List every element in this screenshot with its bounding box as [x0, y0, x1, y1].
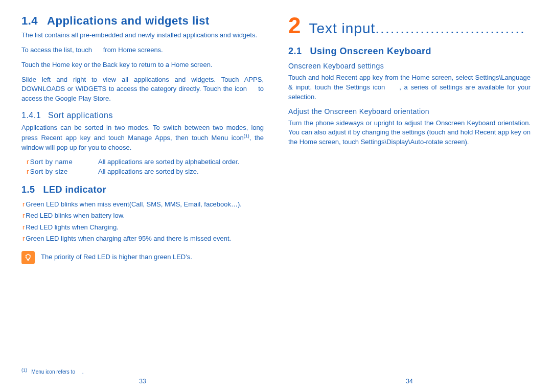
led-text: Red LED blinks when battery low. — [26, 212, 125, 219]
heading-text: Applications and widgets list — [47, 14, 210, 27]
heading-1-4: 1.4Applications and widgets list — [21, 14, 264, 28]
footnote-marker: (1) — [21, 367, 27, 373]
right-content: 2 Text input ...........................… — [288, 14, 531, 375]
page-right: 2 Text input ...........................… — [276, 14, 543, 385]
note-text: The priority of Red LED is higher than g… — [41, 251, 192, 261]
lightbulb-icon — [21, 251, 35, 264]
page-number: 33 — [21, 375, 264, 385]
para-homekey: Touch the Home key or the Back key to re… — [21, 60, 264, 70]
heading-text: Sort applications — [48, 111, 113, 120]
bullet-icon: r — [22, 200, 25, 208]
heading-number: 1.4.1 — [21, 111, 41, 120]
text-frag: from Home screens. — [103, 46, 163, 54]
bullet-icon: r — [27, 168, 29, 175]
bullet-icon: r — [22, 235, 25, 242]
sort-row: rSort by name All applications are sorte… — [21, 158, 264, 166]
sort-desc: All applications are sorted by alphabeti… — [98, 158, 264, 166]
led-item: rRed LED blinks when battery low. — [21, 211, 264, 221]
heading-text: LED indicator — [43, 185, 107, 195]
chapter-heading: 2 Text input ...........................… — [288, 14, 531, 37]
chapter-number: 2 — [288, 14, 301, 37]
note-row: The priority of Red LED is higher than g… — [21, 251, 264, 264]
page-left: 1.4Applications and widgets list The lis… — [9, 14, 276, 385]
sort-label-text: Sort by size — [30, 168, 68, 175]
led-item: rGreen LED lights when charging after 95… — [21, 234, 264, 244]
led-text: Green LED blinks when miss event(Call, S… — [26, 200, 242, 208]
chapter-dots: .............................. — [375, 20, 531, 37]
bullet-icon: r — [22, 212, 25, 219]
heading-text: Using Onscreen Keyboard — [310, 46, 432, 56]
left-content: 1.4Applications and widgets list The lis… — [21, 14, 264, 367]
bullet-icon: r — [27, 158, 29, 166]
led-text: Red LED lights when Charging. — [26, 223, 118, 231]
subheading-orientation: Adjust the Onscreen Keyboard orientation — [288, 107, 531, 116]
page-number: 34 — [288, 375, 531, 385]
apps-icon — [94, 46, 101, 54]
heading-1-4-1: 1.4.1Sort applications — [21, 111, 264, 120]
subheading-settings: Onscreen Keyboard settings — [288, 62, 531, 70]
text-frag: Applications can be sorted in two modes.… — [21, 124, 264, 142]
led-item: rGreen LED blinks when miss event(Call, … — [21, 199, 264, 210]
heading-number: 1.4 — [21, 14, 38, 27]
sort-row: rSort by size All applications are sorte… — [21, 168, 264, 175]
bullet-icon: r — [22, 223, 25, 231]
para-kb-orientation: Turn the phone sideways or upright to ad… — [288, 119, 531, 148]
heading-1-5: 1.5LED indicator — [21, 185, 264, 195]
led-item: rRed LED lights when Charging. — [21, 222, 264, 233]
sort-label: rSort by name — [27, 158, 98, 166]
footnote-text: Menu icon refers to . — [31, 369, 83, 375]
led-text: Green LED lights when charging after 95%… — [26, 235, 231, 242]
sort-desc: All applications are sorted by size. — [98, 168, 264, 175]
footnote-ref: (1) — [244, 133, 249, 139]
para-sort-intro: Applications can be sorted in two modes.… — [21, 123, 264, 153]
sort-label-text: Sort by name — [30, 158, 73, 166]
chapter-title: Text input — [309, 20, 375, 37]
footnote: (1) Menu icon refers to . — [21, 367, 264, 375]
heading-2-1: 2.1Using Onscreen Keyboard — [288, 46, 531, 57]
text-frag: To access the list, touch — [21, 46, 94, 54]
para-intro: The list contains all pre-embedded and n… — [21, 31, 264, 40]
heading-number: 1.5 — [21, 185, 35, 195]
para-access: To access the list, touch from Home scre… — [21, 45, 264, 55]
sort-label: rSort by size — [27, 168, 98, 175]
para-slide: Slide left and right to view all applica… — [21, 75, 264, 104]
heading-number: 2.1 — [288, 46, 302, 56]
para-kb-settings: Touch and hold Recent app key from the H… — [288, 73, 531, 102]
